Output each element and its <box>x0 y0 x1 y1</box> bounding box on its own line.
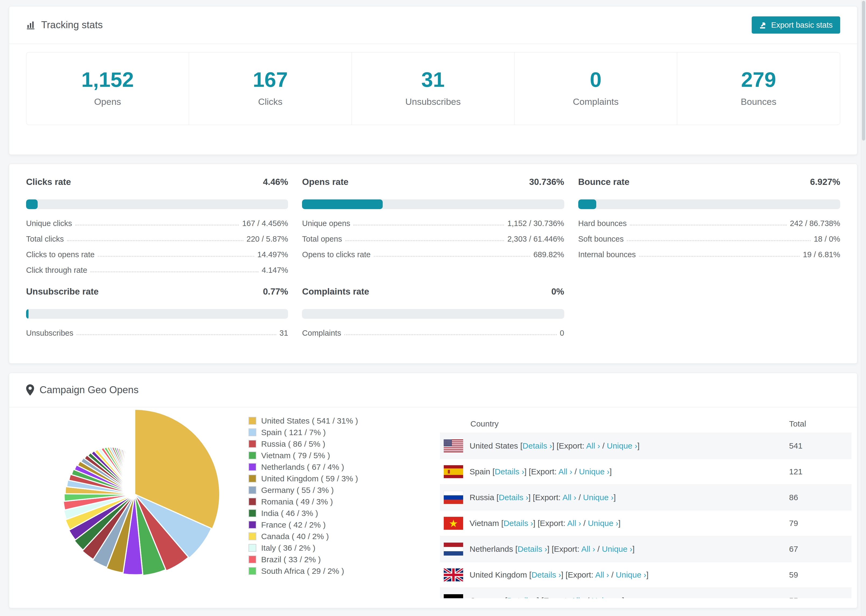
rate-metric-value: 689.82% <box>533 250 564 259</box>
slash-separator: / <box>581 519 588 528</box>
legend-label: South Africa ( 29 / 2% ) <box>261 567 344 576</box>
pie-legend-item[interactable]: Romania ( 49 / 3% ) <box>249 498 437 506</box>
bracket-close: ] <box>618 519 620 528</box>
bracket-close: ] <box>646 570 649 579</box>
details-link[interactable]: Details › <box>499 493 528 502</box>
export-all-link[interactable]: All › <box>581 545 595 553</box>
details-link[interactable]: Details › <box>507 596 537 599</box>
details-link[interactable]: Details › <box>531 570 561 579</box>
pie-legend-item[interactable]: Vietnam ( 79 / 5% ) <box>249 451 437 459</box>
country-cell: Vietnam [Details ›] [Export: All › / Uni… <box>469 519 620 528</box>
geo-table-rows: United States [Details ›] [Export: All ›… <box>440 433 852 598</box>
dotted-leader <box>98 256 254 257</box>
export-unique-link[interactable]: Unique › <box>583 493 614 502</box>
legend-label: Canada ( 40 / 2% ) <box>261 532 329 541</box>
legend-color-swatch <box>249 417 256 425</box>
rate-metric-row: Soft bounces 18 / 0% <box>578 228 840 244</box>
rate-metric-value: 242 / 86.738% <box>790 219 840 228</box>
scrollbar-thumb[interactable] <box>862 1 865 141</box>
export-label: ] [Export: <box>552 441 586 450</box>
dotted-leader <box>345 240 504 241</box>
rate-title: Opens rate <box>302 177 348 187</box>
pie-legend-item[interactable]: Spain ( 121 / 7% ) <box>249 428 437 436</box>
country-name: Vietnam [ <box>469 519 504 528</box>
details-link[interactable]: Details › <box>494 467 524 476</box>
rate-metric-row: Unique opens 1,152 / 30.736% <box>302 212 564 228</box>
legend-color-swatch <box>249 544 256 552</box>
dotted-leader <box>67 240 243 241</box>
total-cell: 67 <box>789 545 798 554</box>
rate-metric-label: Complaints <box>302 329 341 338</box>
legend-color-swatch <box>249 498 256 506</box>
legend-color-swatch <box>249 475 256 482</box>
rate-metric-label: Total clicks <box>26 235 64 244</box>
rate-block: Clicks rate 4.46% Unique clicks 167 / 4.… <box>26 177 288 275</box>
slash-separator: / <box>600 441 607 450</box>
export-unique-link[interactable]: Unique › <box>607 441 637 450</box>
total-column-header: Total <box>789 419 806 428</box>
export-all-link[interactable]: All › <box>595 570 609 579</box>
details-link[interactable]: Details › <box>518 545 547 553</box>
export-basic-stats-button[interactable]: Export basic stats <box>752 16 840 34</box>
bracket-close: ] <box>622 596 624 599</box>
pie-legend-item[interactable]: France ( 42 / 2% ) <box>249 521 437 529</box>
summary-stat-value: 279 <box>677 69 840 90</box>
pie-legend-item[interactable]: Italy ( 36 / 2% ) <box>249 544 437 552</box>
pie-legend-item[interactable]: Germany ( 55 / 3% ) <box>249 486 437 494</box>
page-title: Tracking stats <box>41 19 103 31</box>
summary-stat-value: 1,152 <box>26 69 189 90</box>
pie-legend-item[interactable]: United States ( 541 / 31% ) <box>249 417 437 425</box>
pie-legend-item[interactable]: Brazil ( 33 / 2% ) <box>249 556 437 563</box>
geo-pie-chart[interactable] <box>46 407 224 583</box>
legend-label: United States ( 541 / 31% ) <box>261 416 358 426</box>
legend-label: United Kingdom ( 59 / 3% ) <box>261 474 358 483</box>
summary-stat-label: Opens <box>26 96 189 107</box>
export-all-link[interactable]: All › <box>571 596 585 599</box>
export-unique-link[interactable]: Unique › <box>588 519 618 528</box>
export-unique-link[interactable]: Unique › <box>592 596 622 599</box>
details-link[interactable]: Details › <box>523 441 552 450</box>
export-unique-link[interactable]: Unique › <box>579 467 609 476</box>
pie-legend-item[interactable]: South Africa ( 29 / 2% ) <box>249 567 437 575</box>
pie-legend-item[interactable]: India ( 46 / 3% ) <box>249 509 437 517</box>
rate-title: Unsubscribe rate <box>26 286 99 297</box>
export-all-link[interactable]: All › <box>562 493 576 502</box>
export-all-link[interactable]: All › <box>558 467 572 476</box>
legend-label: Spain ( 121 / 7% ) <box>261 428 326 437</box>
geo-table-row: Russia [Details ›] [Export: All › / Uniq… <box>440 484 852 510</box>
total-cell: 79 <box>789 519 798 528</box>
slash-separator: / <box>595 545 602 553</box>
export-all-link[interactable]: All › <box>567 519 581 528</box>
geo-table-row: Germany [Details ›] [Export: All › / Uni… <box>440 588 852 598</box>
pie-legend-item[interactable]: Canada ( 40 / 2% ) <box>249 533 437 540</box>
export-label: ] [Export: <box>547 545 581 553</box>
dotted-leader <box>627 240 811 241</box>
export-label: ] [Export: <box>561 570 595 579</box>
legend-label: India ( 46 / 3% ) <box>261 509 318 518</box>
pie-legend-item[interactable]: Netherlands ( 67 / 4% ) <box>249 463 437 471</box>
country-name: United Kingdom [ <box>469 570 531 579</box>
bar-chart-icon <box>26 20 36 30</box>
rate-progress-track <box>302 309 564 319</box>
country-cell: Russia [Details ›] [Export: All › / Uniq… <box>469 493 616 502</box>
details-link[interactable]: Details › <box>504 519 533 528</box>
export-all-link[interactable]: All › <box>586 441 600 450</box>
export-unique-link[interactable]: Unique › <box>616 570 646 579</box>
legend-color-swatch <box>249 486 256 494</box>
pie-legend-item[interactable]: Russia ( 86 / 5% ) <box>249 440 437 448</box>
rate-metric-row: Total opens 2,303 / 61.446% <box>302 228 564 244</box>
summary-stat-box: 167 Clicks <box>189 52 352 125</box>
geo-opens-header: Campaign Geo Opens <box>9 373 857 407</box>
dotted-leader <box>344 334 556 335</box>
summary-stat-box: 0 Complaints <box>515 52 677 125</box>
pie-legend-item[interactable]: United Kingdom ( 59 / 3% ) <box>249 475 437 482</box>
rates-card: Clicks rate 4.46% Unique clicks 167 / 4.… <box>9 164 857 364</box>
page-scrollbar[interactable] <box>861 0 866 616</box>
country-column-header: Country <box>471 419 499 428</box>
rate-block: Opens rate 30.736% Unique opens 1,152 / … <box>302 177 564 275</box>
rate-metric-value: 19 / 6.81% <box>803 250 840 259</box>
dotted-leader <box>90 272 258 272</box>
rate-block: Complaints rate 0% Complaints 0 <box>302 286 564 338</box>
export-unique-link[interactable]: Unique › <box>602 545 632 553</box>
summary-stats-row: 1,152 Opens 167 Clicks 31 Unsubscribes 0… <box>26 52 840 125</box>
